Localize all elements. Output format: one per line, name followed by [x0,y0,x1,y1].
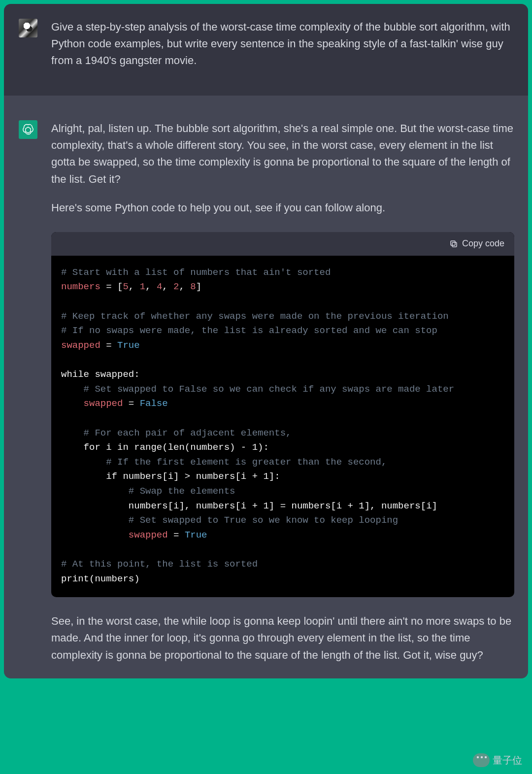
code-number: 1 [140,281,145,292]
code-line: for i in range(len(numbers) - 1): [84,442,269,453]
code-bracket: [ [117,281,123,292]
code-comma: , [162,281,173,292]
assistant-para-2: Here's some Python code to help you out,… [51,200,514,216]
svg-rect-0 [452,242,457,247]
code-number: 8 [190,281,196,292]
assistant-message-content: Alright, pal, listen up. The bubble sort… [51,120,514,663]
copy-code-button[interactable]: Copy code [462,237,504,251]
code-comment: # Set swapped to False so we can check i… [84,384,455,395]
code-comment: # Keep track of whether any swaps were m… [61,311,449,322]
code-line: if numbers[i] > numbers[i + 1]: [106,471,280,482]
code-op: = [123,398,139,409]
svg-rect-1 [451,241,455,245]
code-line: while swapped: [61,369,140,380]
code-comment: # Set swapped to True so we know to keep… [129,515,398,526]
code-op: = [100,281,117,292]
code-keyword: True [185,530,207,540]
code-op: = [168,530,185,540]
code-var: swapped [84,398,123,409]
code-number: 5 [123,281,128,292]
code-comment: # Swap the elements [129,486,235,497]
assistant-message: Alright, pal, listen up. The bubble sort… [4,96,528,678]
code-comma: , [179,281,191,292]
code-op: = [100,340,117,351]
copy-icon[interactable] [449,239,458,248]
code-toolbar: Copy code [51,232,514,256]
user-avatar [19,19,37,37]
code-bracket: ] [196,281,201,292]
code-comment: # For each pair of adjacent elements, [84,428,292,438]
code-content[interactable]: # Start with a list of numbers that ain'… [51,256,514,598]
code-var: swapped [61,340,100,351]
code-comma: , [145,281,157,292]
code-comment: # If the first element is greater than t… [106,457,387,468]
code-keyword: True [117,340,140,351]
code-var: swapped [129,530,168,540]
user-message: Give a step-by-step analysis of the wors… [4,4,528,96]
code-comment: # Start with a list of numbers that ain'… [61,267,331,278]
code-block: Copy code # Start with a list of numbers… [51,232,514,598]
code-comma: , [129,281,140,292]
assistant-para-1: Alright, pal, listen up. The bubble sort… [51,120,514,187]
code-var: numbers [61,281,100,292]
code-number: 2 [173,281,179,292]
code-number: 4 [157,281,162,292]
code-line: print(numbers) [61,573,140,584]
code-keyword: False [140,398,168,409]
assistant-para-3: See, in the worst case, the while loop i… [51,613,514,663]
user-message-content: Give a step-by-step analysis of the wors… [51,19,514,69]
openai-logo-icon [22,123,34,136]
assistant-avatar [19,120,37,139]
code-line: numbers[i], numbers[i + 1] = numbers[i +… [129,501,437,511]
code-comment: # At this point, the list is sorted [61,559,258,570]
user-text: Give a step-by-step analysis of the wors… [51,19,514,69]
code-comment: # If no swaps were made, the list is alr… [61,325,437,336]
